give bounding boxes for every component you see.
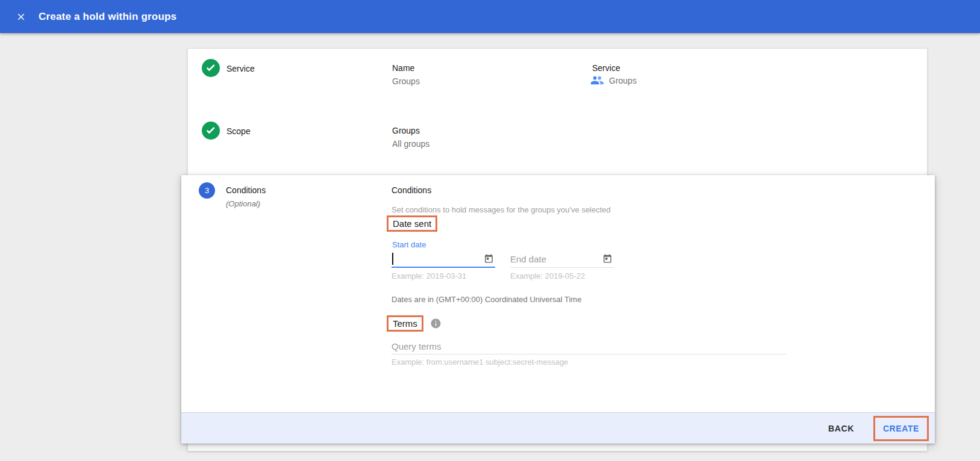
info-icon[interactable]: [430, 318, 442, 329]
dialog-header: Create a hold within groups: [0, 0, 980, 33]
conditions-heading: Conditions: [392, 185, 431, 195]
end-date-input[interactable]: [510, 251, 595, 267]
start-date-input[interactable]: [392, 251, 476, 267]
calendar-icon-glyph: [602, 253, 613, 264]
end-date-field[interactable]: [510, 251, 614, 268]
service-name-value: Groups: [392, 76, 420, 86]
dialog-footer: BACK CREATE: [181, 412, 935, 444]
close-icon-glyph: [16, 11, 27, 22]
step-conditions-optional: (Optional): [226, 199, 260, 208]
calendar-icon[interactable]: [484, 253, 494, 265]
create-hold-dialog: Create a hold within groups Service Name…: [0, 0, 980, 461]
close-icon[interactable]: [13, 9, 29, 25]
create-button-annotation-box: CREATE: [873, 416, 929, 441]
end-date-example: Example: 2019-05-22: [510, 271, 585, 280]
step-scope-label: Scope: [226, 126, 251, 136]
date-sent-label-annotated: Date sent: [387, 215, 437, 232]
service-service-value: Groups: [609, 76, 637, 85]
step-service-label: Service: [226, 64, 255, 73]
query-terms-example: Example: from:username1 subject:secret-m…: [392, 357, 568, 367]
query-terms-field[interactable]: [392, 339, 787, 354]
service-service-label: Service: [592, 63, 620, 73]
step-3-badge: 3: [199, 182, 215, 199]
start-date-example: Example: 2019-03-31: [392, 271, 466, 280]
scope-groups-value: All groups: [392, 139, 429, 149]
step-conditions-label: Conditions: [226, 185, 266, 195]
service-step-complete-icon: [202, 59, 220, 79]
service-service-value-row: Groups: [590, 73, 637, 87]
create-button[interactable]: CREATE: [875, 418, 927, 439]
timezone-note: Dates are in (GMT+00:00) Coordinated Uni…: [392, 295, 581, 304]
conditions-step-card: 3 Conditions (Optional) Conditions Set c…: [181, 175, 935, 444]
check-circle-icon: [202, 59, 220, 77]
start-date-field[interactable]: [392, 251, 495, 268]
back-button[interactable]: BACK: [823, 418, 859, 439]
service-name-label: Name: [392, 63, 414, 73]
scope-groups-label: Groups: [392, 126, 420, 135]
text-caret: [392, 253, 393, 265]
check-circle-icon: [202, 122, 220, 140]
terms-label-row: Terms: [387, 315, 442, 332]
start-date-label: Start date: [392, 240, 426, 249]
terms-label-annotated: Terms: [387, 315, 423, 332]
conditions-description: Set conditions to hold messages for the …: [392, 205, 611, 214]
query-terms-input[interactable]: [392, 339, 787, 353]
calendar-icon[interactable]: [602, 253, 613, 265]
scope-step-complete-icon: [202, 122, 220, 141]
groups-people-icon: [590, 73, 604, 87]
dialog-title: Create a hold within groups: [39, 11, 176, 23]
calendar-icon-glyph: [484, 253, 494, 264]
